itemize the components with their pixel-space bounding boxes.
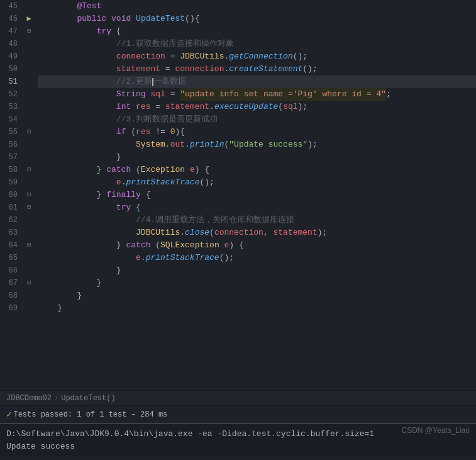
gutter-icon-69 — [23, 302, 35, 315]
line-number-60: 60 — [5, 189, 18, 201]
code-line-53: int res = statement.executeUpdate(sql); — [38, 101, 476, 113]
code-line-69: } — [38, 302, 476, 315]
code-segment-49-5: getConnection — [229, 50, 292, 63]
code-segment-61-0 — [38, 201, 116, 214]
code-segment-47-1: try — [97, 25, 111, 38]
code-segment-56-4: . — [185, 138, 190, 151]
code-segment-65-2: . — [141, 252, 146, 264]
gutter-icon-55[interactable]: ⊟ — [23, 126, 35, 138]
code-segment-63-2: . — [180, 227, 185, 239]
gutter-icon-68 — [23, 289, 35, 302]
code-segment-54-1: //3.判断数据是否更新成功 — [116, 113, 218, 126]
gutter-icon-56 — [23, 138, 35, 151]
code-segment-50-3: connection — [175, 63, 224, 76]
code-segment-48-0 — [38, 38, 116, 50]
code-segment-59-4: (); — [199, 176, 214, 189]
gutter-icon-66 — [23, 264, 35, 277]
gutter: ▶⊟⊟⊟⊟⊟⊟⊟ — [23, 0, 35, 390]
code-line-48: //1.获取数据库连接和操作对象 — [38, 38, 476, 50]
code-segment-66-0: } — [38, 264, 121, 277]
line-number-46: 46 — [5, 13, 18, 25]
code-segment-64-0: } — [38, 239, 126, 252]
gutter-icon-65 — [23, 252, 35, 264]
gutter-icon-46[interactable]: ▶ — [23, 13, 35, 25]
code-segment-52-0 — [38, 88, 116, 101]
line-number-54: 54 — [5, 113, 18, 126]
gutter-icon-67[interactable]: ⊟ — [23, 277, 35, 289]
line-number-56: 56 — [5, 138, 18, 151]
gutter-icon-57 — [23, 151, 35, 164]
code-segment-49-1: connection — [116, 50, 165, 63]
code-segment-50-5: createStatement — [229, 63, 302, 76]
code-line-62: //4.调用重载方法，关闭仓库和数据库连接 — [38, 214, 476, 227]
gutter-icon-48 — [23, 38, 35, 50]
code-segment-64-1: catch — [126, 239, 150, 252]
code-segment-53-1: int — [116, 101, 131, 113]
code-segment-55-5: 0 — [170, 126, 175, 138]
editor-area: 4546474849505152535455565758596061626364… — [0, 0, 476, 390]
code-segment-52-2 — [146, 88, 151, 101]
code-line-51: //2.更新一条数据 — [38, 76, 476, 88]
code-line-63: JDBCUtils.close(connection, statement); — [38, 227, 476, 239]
line-number-68: 68 — [5, 289, 18, 302]
code-line-64: } catch (SQLException e) { — [38, 239, 476, 252]
line-numbers: 4546474849505152535455565758596061626364… — [0, 0, 23, 390]
code-line-60: } finally { — [38, 189, 476, 201]
code-segment-59-3: printStackTrace — [126, 176, 199, 189]
line-number-50: 50 — [5, 63, 18, 76]
gutter-icon-60[interactable]: ⊟ — [23, 189, 35, 201]
gutter-icon-61[interactable]: ⊟ — [23, 201, 35, 214]
code-segment-53-8: ( — [278, 101, 283, 113]
code-segment-60-2: { — [141, 189, 151, 201]
line-number-57: 57 — [5, 151, 18, 164]
code-segment-63-4: ( — [209, 227, 214, 239]
code-segment-51-0 — [38, 76, 116, 88]
code-segment-65-1: e — [136, 252, 141, 264]
gutter-icon-49 — [23, 50, 35, 63]
code-segment-69-0: } — [38, 302, 62, 315]
code-segment-56-1: System — [136, 138, 165, 151]
breadcrumb-class: JDBCDemo02 — [6, 394, 52, 403]
code-area[interactable]: @Test public void UpdateTest(){ try { //… — [35, 0, 476, 390]
code-segment-58-4 — [185, 164, 190, 176]
code-segment-55-6: ){ — [175, 126, 185, 138]
code-line-65: e.printStackTrace(); — [38, 252, 476, 264]
gutter-icon-58[interactable]: ⊟ — [23, 164, 35, 176]
code-segment-55-4: != — [150, 126, 170, 138]
code-segment-57-0: } — [38, 151, 121, 164]
code-segment-58-6: ) { — [195, 164, 209, 176]
code-segment-54-0 — [38, 113, 116, 126]
code-segment-56-8: ); — [307, 138, 318, 151]
code-segment-50-1: statement — [116, 63, 160, 76]
code-segment-58-0: } — [38, 164, 106, 176]
code-line-46: public void UpdateTest(){ — [38, 13, 476, 25]
test-pass-icon: ✓ — [6, 409, 11, 420]
code-segment-59-0 — [38, 176, 116, 189]
code-segment-58-5: e — [190, 164, 195, 176]
code-segment-63-1: JDBCUtils — [136, 227, 180, 239]
gutter-icon-64[interactable]: ⊟ — [23, 239, 35, 252]
code-line-54: //3.判断数据是否更新成功 — [38, 113, 476, 126]
code-segment-50-6: (); — [302, 63, 317, 76]
line-number-62: 62 — [5, 214, 18, 227]
code-segment-50-4: . — [224, 63, 229, 76]
line-number-47: 47 — [5, 25, 18, 38]
line-number-61: 61 — [5, 201, 18, 214]
code-segment-46-3: void — [111, 13, 131, 25]
code-segment-48-1: //1.获取数据库连接和操作对象 — [116, 38, 234, 50]
code-segment-58-1: catch — [106, 164, 131, 176]
code-segment-49-2: = — [165, 50, 180, 63]
gutter-icon-62 — [23, 214, 35, 227]
gutter-icon-47[interactable]: ⊟ — [23, 25, 35, 38]
code-segment-53-5: statement — [165, 101, 209, 113]
code-segment-60-0: } — [38, 189, 106, 201]
code-segment-52-1: String — [116, 88, 146, 101]
code-segment-55-1: if — [116, 126, 126, 138]
code-segment-47-2: { — [111, 25, 121, 38]
code-line-45: @Test — [38, 0, 476, 13]
code-segment-61-2: { — [131, 201, 141, 214]
code-segment-67-0: } — [38, 277, 101, 289]
code-segment-65-3: printStackTrace — [146, 252, 219, 264]
code-segment-61-1: try — [116, 201, 131, 214]
code-segment-55-3: res — [136, 126, 150, 138]
